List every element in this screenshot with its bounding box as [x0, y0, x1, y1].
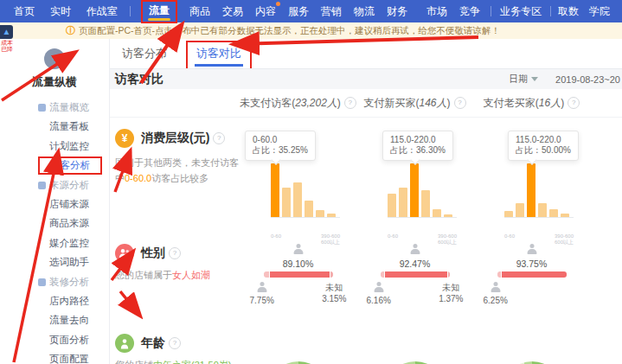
notification-dot — [276, 2, 280, 6]
nav-item-6[interactable]: 交易 — [222, 4, 243, 19]
female-icon — [410, 244, 420, 254]
help-icon[interactable]: ? — [213, 132, 225, 144]
help-icon[interactable]: ? — [454, 97, 466, 109]
desc-text: 您的店铺 — [115, 360, 153, 364]
sidebar-item-label: 选词助手 — [49, 257, 89, 267]
nav-item-13[interactable]: 竞争 — [459, 4, 480, 19]
column-header-3: 支付老买家(16人)? — [473, 89, 590, 117]
column-header-2: 支付新买家(146人)? — [356, 89, 473, 117]
traffic-gauge-icon: ◔ — [44, 48, 65, 69]
sidebar-item-label: 页面配置 — [49, 354, 89, 364]
consumption-label: ¥ 消费层级(元) ? 区别于其他两类，未支付访客中0-60.0访客占比较多 — [110, 125, 240, 240]
consumption-title: 消费层级(元) — [141, 131, 209, 146]
menu-group-icon — [38, 104, 46, 112]
nav-divider — [130, 6, 131, 16]
notice-bar: ⓘ 页面配置-PC-首页-点击分布中已有部分数据无法显示，正在处理中，建议稍后再… — [0, 22, 622, 39]
sidebar-item-1[interactable]: 流量概览 — [0, 98, 109, 117]
age-donut-2: 41-50岁37.67% — [356, 330, 473, 364]
gender-group-3: 93.75%6.25% — [473, 240, 590, 330]
top-nav: 首页实时作战室流量商品交易内容服务营销物流财务市场竞争业务专区取数学院 — [0, 0, 622, 22]
gender-section: 性别 ? 您的店铺属于女人如潮 89.10%7.75%未知3.15%92.47%… — [110, 240, 622, 330]
female-icon — [527, 244, 536, 254]
sidebar-item-11[interactable]: 店内路径 — [0, 291, 109, 310]
menu-group-icon — [38, 278, 46, 286]
male-icon — [491, 282, 500, 292]
sidebar-item-4[interactable]: 访客分析 — [0, 156, 109, 175]
help-icon[interactable]: ? — [344, 97, 356, 109]
nav-item-11[interactable]: 财务 — [387, 4, 407, 19]
help-icon[interactable]: ? — [567, 97, 580, 109]
title-row: 访客对比 日期 2019-08-23~20 — [110, 69, 622, 89]
sidebar-item-label: 来源分析 — [49, 180, 89, 190]
desc-highlight: 女人如潮 — [172, 270, 210, 280]
sidebar-item-7[interactable]: 商品来源 — [0, 214, 109, 233]
yen-icon: ¥ — [115, 129, 134, 148]
consumption-desc: 区别于其他两类，未支付访客中0-60.0访客占比较多 — [115, 155, 247, 186]
date-filter[interactable]: 日期 2019-08-23~20 — [509, 73, 620, 86]
help-icon[interactable]: ? — [169, 247, 181, 259]
sidebar-item-3[interactable]: 计划监控 — [0, 137, 109, 156]
top-nav-items: 首页实时作战室流量商品交易内容服务营销物流财务市场竞争业务专区取数学院 — [0, 0, 610, 23]
male-icon — [257, 282, 266, 292]
column-headers: 未支付访客(23,202人)?支付新买家(146人)?支付老买家(16人)? — [110, 89, 622, 118]
sidebar-item-6[interactable]: 店铺来源 — [0, 195, 109, 214]
sidebar-item-14[interactable]: 页面配置 — [0, 349, 109, 364]
sidebar-item-label: 流量看板 — [49, 121, 89, 131]
date-value[interactable]: 2019-08-23~20 — [555, 74, 620, 85]
nav-item-4[interactable]: 流量 — [141, 0, 177, 23]
bar-chart — [504, 162, 574, 218]
sidebar-item-label: 商品来源 — [49, 218, 89, 228]
chevron-down-icon — [531, 77, 538, 81]
tab-1[interactable]: 访客分布 — [115, 42, 174, 65]
sidebar-item-2[interactable]: 流量看板 — [0, 117, 109, 136]
sidebar-item-label: 媒介监控 — [49, 238, 89, 248]
notice-text: 页面配置-PC-首页-点击分布中已有部分数据无法显示，正在处理中，建议稍后再试，… — [79, 25, 500, 37]
chart-tooltip: 0-60.0占比：35.25% — [245, 131, 316, 161]
sidebar-item-10[interactable]: 装修分析 — [0, 272, 109, 291]
app-window: 首页实时作战室流量商品交易内容服务营销物流财务市场竞争业务专区取数学院 ⓘ 页面… — [0, 0, 622, 364]
sidebar-item-label: 流量去向 — [49, 315, 89, 325]
nav-item-1[interactable]: 首页 — [14, 4, 35, 19]
desc-highlight: 中年之家(31-50岁) — [153, 360, 231, 364]
nav-item-2[interactable]: 实时 — [50, 4, 71, 19]
nav-item-5[interactable]: 商品 — [189, 4, 210, 19]
age-donut-3: 41-50岁60.75% — [473, 330, 590, 364]
person-icon — [115, 334, 134, 353]
sidebar-item-label: 访客分析 — [38, 156, 102, 175]
sidebar-item-label: 流量概览 — [49, 102, 89, 112]
nav-item-10[interactable]: 物流 — [354, 4, 375, 19]
desc-text: 您的店铺属于 — [115, 270, 172, 280]
info-icon: ⓘ — [66, 24, 75, 37]
floating-widget[interactable]: ▲ 成本已降 — [0, 25, 14, 52]
nav-item-15[interactable]: 取数 — [558, 4, 579, 19]
help-icon[interactable]: ? — [169, 337, 181, 349]
main-content: 访客分布访客对比 访客对比 日期 2019-08-23~20 未支付访客(23,… — [110, 39, 622, 364]
sidebar-item-13[interactable]: 页面分析 — [0, 330, 109, 349]
desc-highlight: 0-60.0 — [125, 173, 151, 183]
sidebar-item-label: 页面分析 — [49, 335, 89, 345]
consumption-section: ¥ 消费层级(元) ? 区别于其他两类，未支付访客中0-60.0访客占比较多 0… — [110, 125, 622, 240]
consumption-chart-3: 115.0-220.0占比：50.00%0-60390-600600以上 — [473, 125, 590, 240]
nav-item-3[interactable]: 作战室 — [87, 4, 118, 19]
nav-item-14[interactable]: 业务专区 — [500, 4, 542, 19]
sidebar-item-9[interactable]: 选词助手 — [0, 252, 109, 271]
bar-chart — [271, 162, 340, 218]
nav-item-8[interactable]: 服务 — [288, 4, 309, 19]
gender-bar — [381, 271, 450, 278]
sidebar-item-label: 店内路径 — [49, 296, 89, 306]
column-header-1: 未支付访客(23,202人)? — [240, 89, 356, 117]
nav-item-7[interactable]: 内容 — [255, 4, 276, 19]
sidebar-item-5[interactable]: 来源分析 — [0, 176, 109, 195]
menu-group-icon — [38, 182, 46, 189]
page-title: 访客对比 — [115, 72, 164, 87]
nav-item-16[interactable]: 学院 — [589, 4, 610, 19]
nav-item-9[interactable]: 营销 — [321, 4, 342, 19]
consumption-chart-2: 115.0-220.0占比：36.30%0-60390-600600以上 — [356, 125, 473, 240]
sidebar-item-8[interactable]: 媒介监控 — [0, 233, 109, 252]
dock-icon[interactable]: ▲ — [0, 25, 13, 39]
date-label[interactable]: 日期 — [509, 73, 528, 86]
nav-item-12[interactable]: 市场 — [426, 4, 447, 19]
sidebar-item-12[interactable]: 流量去向 — [0, 310, 109, 329]
tab-bar: 访客分布访客对比 — [110, 39, 264, 68]
gender-bar — [264, 271, 333, 278]
